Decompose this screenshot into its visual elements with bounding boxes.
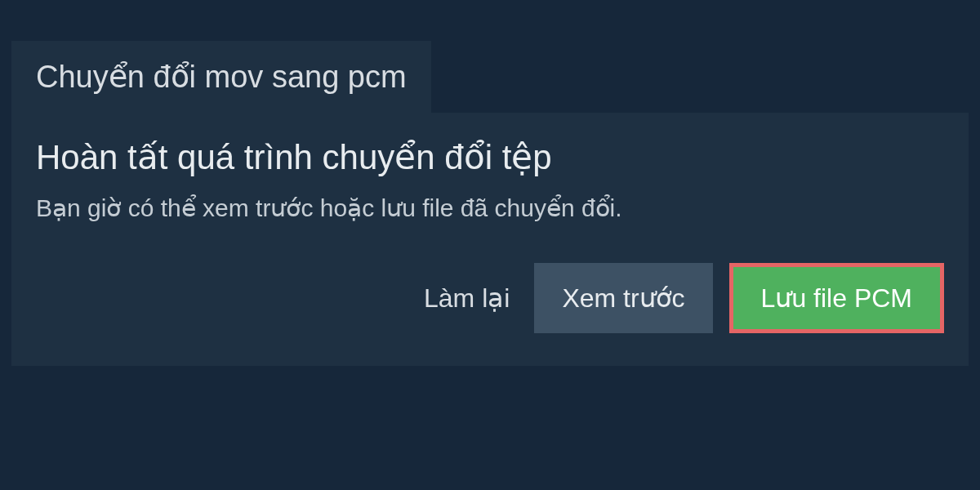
tab-convert[interactable]: Chuyển đổi mov sang pcm [11, 41, 431, 113]
content-panel: Hoàn tất quá trình chuyển đổi tệp Bạn gi… [11, 113, 969, 366]
dialog-container: Chuyển đổi mov sang pcm Hoàn tất quá trì… [0, 0, 980, 366]
redo-button[interactable]: Làm lại [416, 266, 518, 330]
save-button[interactable]: Lưu file PCM [729, 263, 944, 333]
completion-description: Bạn giờ có thể xem trước hoặc lưu file đ… [36, 194, 944, 222]
preview-button[interactable]: Xem trước [534, 263, 712, 333]
tab-label: Chuyển đổi mov sang pcm [36, 60, 407, 94]
completion-heading: Hoàn tất quá trình chuyển đổi tệp [36, 137, 944, 177]
button-row: Làm lại Xem trước Lưu file PCM [36, 263, 944, 333]
